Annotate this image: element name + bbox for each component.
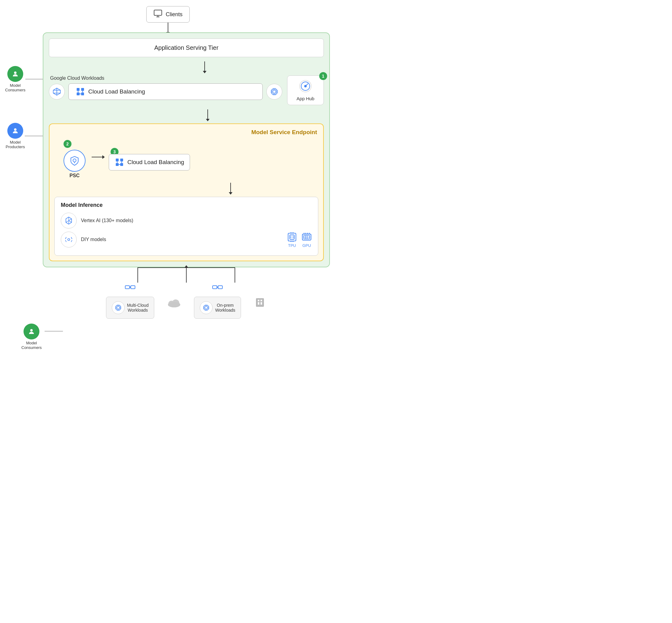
multi-cloud-label: Multi-Cloud Workloads: [127, 303, 149, 313]
clb-box-1: Cloud Load Balancing: [68, 83, 263, 100]
connector-consumers-top: [25, 79, 44, 80]
left-people: ModelConsumers ModelProducters: [6, 32, 43, 267]
on-prem-label: On-prem Workloads: [215, 303, 235, 313]
clients-section: Clients: [6, 6, 330, 32]
tpu-label: TPU: [288, 243, 296, 248]
svg-rect-94: [205, 306, 207, 309]
svg-rect-90: [218, 286, 222, 289]
model-consumers-top-container: ModelConsumers: [5, 66, 44, 92]
clb-label-1: Cloud Load Balancing: [88, 88, 145, 95]
diagram-with-people: ModelConsumers ModelProducters Applicati…: [6, 32, 330, 267]
multi-cloud-box: Multi-Cloud Workloads: [106, 297, 155, 319]
model-producters-avatar: [7, 123, 23, 139]
svg-point-88: [168, 302, 180, 307]
app-hub-sidebar: 1 App Hub: [287, 76, 324, 105]
clb-box-2: Cloud Load Balancing: [109, 154, 190, 171]
arrow-to-gcw: [204, 61, 205, 71]
svg-rect-109: [261, 302, 262, 305]
svg-rect-71: [116, 305, 120, 310]
on-prem-cpu-icon: [200, 301, 213, 314]
svg-rect-0: [154, 10, 162, 16]
app-serving-box: Application Serving Tier: [49, 38, 324, 57]
svg-point-112: [30, 329, 33, 331]
building-icon: [253, 295, 267, 308]
svg-point-34: [73, 159, 76, 162]
arrow-to-inference: [230, 183, 231, 192]
cube-icon-circle: [49, 84, 65, 99]
app-hub-badge: 1: [319, 72, 327, 80]
gpu-item: GPU: [302, 232, 312, 248]
gcw-row: Cloud Load Balancing: [49, 83, 282, 100]
badge-2: 2: [64, 140, 71, 148]
model-consumers-bottom-label: ModelConsumers: [21, 341, 41, 350]
svg-rect-89: [213, 286, 217, 289]
app-hub-icon: [299, 80, 312, 94]
svg-rect-68: [131, 286, 135, 289]
app-serving-label: Application Serving Tier: [154, 44, 218, 51]
svg-line-33: [305, 84, 308, 86]
connector-producters: [25, 136, 43, 136]
svg-point-3: [14, 71, 17, 74]
app-hub-box: 1 App Hub: [287, 76, 324, 105]
vertex-ai-row: Vertex AI (130+ models): [61, 213, 312, 229]
model-consumers-top-avatar: [7, 66, 23, 82]
model-service-title: Model Service Endpoint: [54, 129, 318, 136]
svg-rect-93: [204, 305, 208, 310]
vertex-ai-label: Vertex AI (130+ models): [81, 218, 133, 224]
model-consumers-top-label: ModelConsumers: [5, 83, 25, 92]
model-producters-container: ModelProducters: [6, 123, 43, 149]
diagram-root: Clients ModelConsumers: [6, 6, 330, 350]
model-consumers-bottom-avatar: [24, 324, 39, 339]
model-inference-title: Model Inference: [61, 202, 312, 208]
clb-label-2: Cloud Load Balancing: [127, 159, 184, 166]
psc-circle: [64, 150, 86, 172]
cloud-icon: [166, 295, 182, 310]
diy-icon: [61, 232, 77, 247]
diy-label: DIY models: [81, 237, 106, 242]
multi-cloud-cpu-icon: [112, 301, 125, 314]
model-inference-box: Model Inference Vertex AI (130+ models): [54, 197, 318, 256]
vertex-ai-icon: [61, 213, 77, 229]
app-hub-label: App Hub: [297, 96, 314, 101]
svg-rect-17: [273, 90, 276, 93]
model-producters-label: ModelProducters: [6, 140, 25, 149]
gcw-label: Google Cloud Workloads: [49, 76, 282, 81]
clients-label: Clients: [165, 11, 182, 18]
svg-rect-107: [256, 298, 264, 306]
svg-rect-16: [272, 89, 277, 94]
svg-rect-108: [258, 302, 259, 305]
svg-rect-9: [77, 88, 80, 91]
svg-rect-110: [258, 300, 259, 301]
tpu-item: TPU: [287, 232, 297, 248]
model-service-box: Model Service Endpoint 2: [49, 123, 324, 261]
psc-to-clb-arrow: [92, 157, 103, 157]
on-prem-box: On-prem Workloads: [194, 297, 241, 319]
tpu-gpu-row: TPU: [287, 232, 312, 248]
diy-models-row: DIY models: [61, 232, 106, 247]
svg-rect-10: [81, 88, 84, 91]
svg-rect-72: [117, 306, 119, 309]
gpu-label: GPU: [302, 243, 311, 248]
clients-box: Clients: [146, 6, 189, 23]
svg-rect-111: [261, 300, 262, 301]
psc-label: PSC: [70, 173, 80, 178]
google-cloud-outer: Application Serving Tier Google Cloud Wo…: [43, 32, 330, 267]
cpu-icon-circle: [266, 84, 282, 99]
svg-point-45: [68, 239, 70, 241]
monitor-icon: [153, 9, 162, 20]
arrow-to-mse: [207, 109, 208, 119]
gcw-section: Google Cloud Workloads: [49, 76, 282, 105]
psc-clb-row: 2 PSC: [54, 140, 318, 178]
svg-rect-36: [116, 158, 119, 161]
clients-arrow: [168, 23, 168, 32]
svg-rect-67: [125, 286, 129, 289]
svg-rect-37: [120, 158, 123, 161]
svg-point-4: [14, 128, 17, 131]
